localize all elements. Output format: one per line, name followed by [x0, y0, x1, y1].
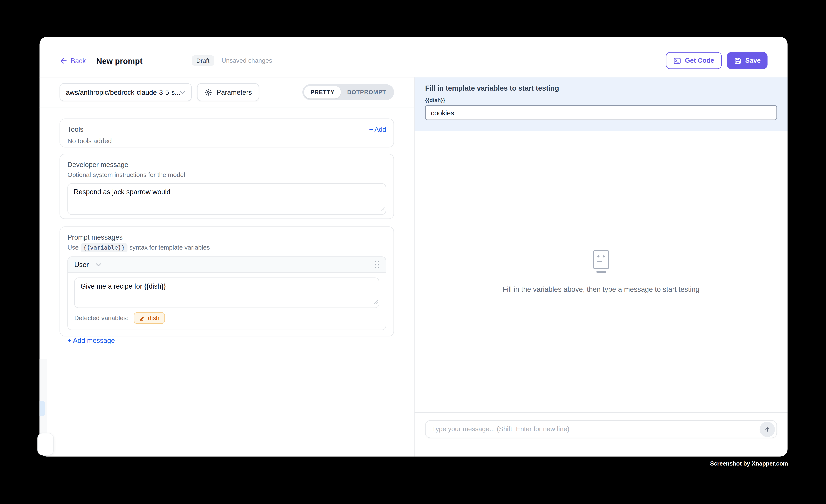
page-title: New prompt	[96, 56, 142, 65]
variable-name-label: {{dish}}	[425, 97, 777, 103]
pencil-icon	[139, 315, 145, 321]
message-role-select[interactable]: User	[74, 261, 89, 268]
get-code-button[interactable]: Get Code	[666, 52, 722, 69]
app-window: Back New prompt Draft Unsaved changes Ge…	[40, 37, 787, 456]
back-arrow-icon	[60, 57, 67, 65]
prompt-messages-subtitle: Use {{variable}} syntax for template var…	[67, 244, 386, 251]
chevron-down-icon	[180, 90, 185, 94]
subtitle-suffix: syntax for template variables	[129, 244, 210, 251]
toggle-option-dotprompt[interactable]: DOTPROMPT	[341, 86, 393, 98]
screenshot-stage: Back New prompt Draft Unsaved changes Ge…	[0, 0, 826, 504]
prompt-messages-card: Prompt messages Use {{variable}} syntax …	[60, 227, 394, 336]
draft-badge: Draft	[191, 55, 214, 66]
tools-card-title: Tools	[67, 125, 83, 133]
resize-handle-icon[interactable]	[380, 203, 385, 213]
unsaved-changes-label: Unsaved changes	[222, 57, 272, 64]
parameters-button[interactable]: Parameters	[197, 83, 259, 101]
add-message-button[interactable]: + Add message	[67, 336, 386, 344]
detected-variables-row: Detected variables: dish	[68, 308, 386, 330]
gear-icon	[204, 88, 212, 96]
developer-message-title: Developer message	[67, 161, 386, 169]
get-code-label: Get Code	[685, 57, 714, 64]
back-button[interactable]: Back	[60, 57, 86, 65]
terminal-icon	[673, 57, 681, 65]
developer-message-textarea[interactable]: Respond as jack sparrow would	[67, 183, 386, 215]
save-icon	[733, 57, 742, 65]
send-button[interactable]	[760, 422, 775, 437]
chat-empty-state: Fill in the variables above, then type a…	[414, 131, 787, 412]
message-body: Give me a recipe for {{dish}}	[68, 273, 386, 308]
composer-box	[425, 420, 777, 438]
developer-message-card: Developer message Optional system instru…	[60, 154, 394, 219]
variable-chip-label: dish	[148, 314, 160, 322]
subtitle-prefix: Use	[67, 244, 79, 251]
resize-handle-icon[interactable]	[373, 297, 378, 306]
variable-chip-dish[interactable]: dish	[134, 312, 165, 324]
template-variables-title: Fill in template variables to start test…	[425, 84, 777, 92]
composer-area	[414, 412, 787, 456]
variable-syntax-code: {{variable}}	[80, 243, 127, 252]
detected-variables-label: Detected variables:	[74, 314, 128, 322]
save-label: Save	[745, 57, 761, 64]
header-actions: Get Code Save	[666, 52, 768, 69]
up-arrow-icon	[764, 426, 771, 433]
variable-value-input[interactable]	[425, 105, 777, 120]
model-selector-value: aws/anthropic/bedrock-claude-3-5-s...	[66, 88, 180, 96]
back-label: Back	[71, 57, 86, 65]
prompt-editor-panel: aws/anthropic/bedrock-claude-3-5-s... Pa…	[40, 77, 414, 456]
developer-message-subtitle: Optional system instructions for the mod…	[67, 171, 386, 179]
watermark-text: Screenshot by Xnapper.com	[710, 460, 788, 467]
robot-face-icon	[592, 250, 610, 273]
template-variables-box: Fill in template variables to start test…	[414, 77, 787, 131]
message-textarea[interactable]: Give me a recipe for {{dish}}	[74, 277, 379, 308]
header: Back New prompt Draft Unsaved changes Ge…	[40, 37, 787, 77]
editor-toolbar: aws/anthropic/bedrock-claude-3-5-s... Pa…	[40, 77, 414, 107]
model-selector[interactable]: aws/anthropic/bedrock-claude-3-5-s...	[60, 83, 192, 101]
main-panels: aws/anthropic/bedrock-claude-3-5-s... Pa…	[40, 77, 787, 456]
format-toggle: PRETTY DOTPROMPT	[303, 84, 394, 100]
test-panel: Fill in template variables to start test…	[414, 77, 787, 456]
parameters-label: Parameters	[217, 88, 252, 96]
chevron-down-icon	[96, 263, 101, 266]
tools-card: Tools + Add No tools added	[60, 118, 394, 147]
message-input[interactable]	[432, 425, 760, 433]
add-tool-button[interactable]: + Add	[369, 126, 386, 133]
editor-content: Tools + Add No tools added Developer mes…	[40, 107, 414, 456]
cutoff-popup	[37, 433, 54, 456]
prompt-messages-title: Prompt messages	[67, 233, 386, 241]
tools-empty-text: No tools added	[67, 137, 386, 145]
message-header: User	[68, 257, 386, 273]
sidebar-remnant-active-item[interactable]	[40, 400, 45, 416]
message-block: User Give me a recipe for {{dish}}	[67, 256, 386, 330]
empty-state-text: Fill in the variables above, then type a…	[503, 286, 700, 294]
save-button[interactable]: Save	[727, 52, 768, 69]
toggle-option-pretty[interactable]: PRETTY	[304, 86, 341, 98]
drag-handle-icon[interactable]	[375, 261, 379, 268]
